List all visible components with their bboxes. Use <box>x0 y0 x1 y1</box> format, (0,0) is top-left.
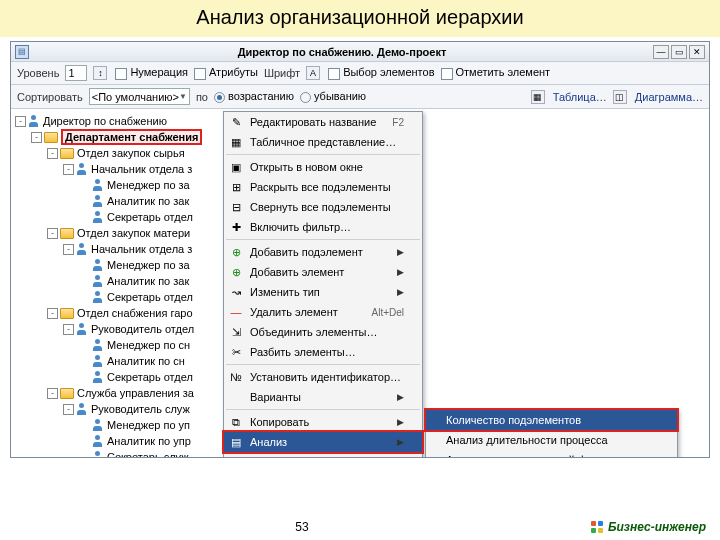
menu-item[interactable]: ⊕Добавить подэлемент▶ <box>224 242 422 262</box>
tree-node-label: Секретарь отдел <box>107 211 193 223</box>
person-icon <box>92 211 104 223</box>
sort-label: Сортировать <box>17 91 83 103</box>
tree-view[interactable]: -Директор по снабжению-Департамент снабж… <box>11 109 709 457</box>
menu-item[interactable]: ⧉Копировать▶ <box>224 412 422 432</box>
submenu-arrow-icon: ▶ <box>397 287 404 297</box>
menu-item-label: Изменить тип <box>250 286 397 298</box>
menu-item-label: Объединить элементы… <box>250 326 404 338</box>
level-label: Уровень <box>17 67 59 79</box>
menu-item[interactable]: ⊟Свернуть все подэлементы <box>224 197 422 217</box>
tree-node-label: Секретарь служ <box>107 451 189 457</box>
table-icon[interactable]: ▦ <box>531 90 545 104</box>
menu-item-icon: ⇲ <box>228 324 244 340</box>
menu-item[interactable]: Варианты▶ <box>224 387 422 407</box>
expand-toggle[interactable]: - <box>15 116 26 127</box>
numbering-checkbox[interactable]: Нумерация <box>115 66 188 79</box>
menu-item[interactable]: ↝Изменить тип▶ <box>224 282 422 302</box>
menu-item[interactable]: ▣Открыть в новом окне <box>224 157 422 177</box>
menu-item-label: Разбить элементы… <box>250 346 404 358</box>
maximize-button[interactable]: ▭ <box>671 45 687 59</box>
desc-radio[interactable]: убыванию <box>300 90 366 103</box>
menu-item-label: Редактировать название <box>250 116 392 128</box>
tree-node-label: Менеджер по за <box>107 179 190 191</box>
table-button[interactable]: Таблица… <box>553 91 607 103</box>
font-button-icon[interactable]: A <box>306 66 320 80</box>
level-input[interactable] <box>65 65 87 81</box>
menu-item[interactable]: ✎Редактировать названиеF2 <box>224 112 422 132</box>
submenu-arrow-icon: ▶ <box>397 417 404 427</box>
menu-item[interactable]: ▦Табличное представление… <box>224 132 422 152</box>
tree-node-label: Менеджер по сн <box>107 339 190 351</box>
tree-node-label: Руководитель служ <box>91 403 190 415</box>
menu-item-label: Раскрыть все подэлементы <box>250 181 404 193</box>
tree-node-label: Отдел снабжения гаро <box>77 307 193 319</box>
slide-footer: 53 Бизнес-инженер <box>0 520 720 534</box>
folder-icon <box>60 308 74 319</box>
slide-title: Анализ организационной иерархии <box>0 0 720 37</box>
person-icon <box>92 371 104 383</box>
by-label: по <box>196 91 208 103</box>
diagram-icon[interactable]: ◫ <box>613 90 627 104</box>
expand-toggle[interactable]: - <box>63 324 74 335</box>
menu-item[interactable]: —Удалить элементAlt+Del <box>224 302 422 322</box>
menu-item[interactable]: ⊞Раскрыть все подэлементы <box>224 177 422 197</box>
toolbar-row-1: Уровень ↕ Нумерация Атрибуты Шрифт A Выб… <box>11 62 709 85</box>
menu-item[interactable]: ✚Включить фильтр… <box>224 217 422 237</box>
person-icon <box>92 419 104 431</box>
level-stepper-icon[interactable]: ↕ <box>93 66 107 80</box>
expand-toggle[interactable]: - <box>63 404 74 415</box>
menu-item-label: Добавить элемент <box>250 266 397 278</box>
analysis-submenu[interactable]: Количество подэлементовАнализ длительнос… <box>425 409 678 457</box>
submenu-arrow-icon: ▶ <box>397 437 404 447</box>
submenu-arrow-icon: ▶ <box>397 392 404 402</box>
menu-item-icon: ✎ <box>228 114 244 130</box>
asc-radio[interactable]: возрастанию <box>214 90 294 103</box>
expand-toggle[interactable]: - <box>47 308 58 319</box>
tree-node-label: Начальник отдела з <box>91 243 192 255</box>
submenu-arrow-icon: ▶ <box>397 267 404 277</box>
menu-item[interactable]: ▤Анализ▶ <box>224 432 422 452</box>
menu-item-label: Удалить элемент <box>250 306 371 318</box>
folder-icon <box>60 228 74 239</box>
menu-item-icon <box>228 389 244 405</box>
person-icon <box>28 115 40 127</box>
menu-separator <box>226 154 420 155</box>
menu-item-icon: ⧉ <box>228 414 244 430</box>
expand-toggle[interactable]: - <box>47 228 58 239</box>
close-button[interactable]: ✕ <box>689 45 705 59</box>
folder-icon <box>60 388 74 399</box>
menu-item[interactable]: №Установить идентификатор… <box>224 367 422 387</box>
menu-item-label: Включить фильтр… <box>250 221 404 233</box>
menu-item-shortcut: F2 <box>392 117 404 128</box>
menu-item[interactable]: ⇲Объединить элементы… <box>224 322 422 342</box>
expand-toggle[interactable]: - <box>31 132 42 143</box>
person-icon <box>92 435 104 447</box>
menu-item[interactable]: ✂Разбить элементы… <box>224 342 422 362</box>
submenu-item[interactable]: Анализ длительности процесса <box>426 430 677 450</box>
menu-item[interactable]: ⊕Добавить элемент▶ <box>224 262 422 282</box>
menu-item-icon: ⊕ <box>228 264 244 280</box>
menu-item-shortcut: Alt+Del <box>371 307 404 318</box>
submenu-item[interactable]: Анализ организационной фрагментарности <box>426 450 677 457</box>
menu-item-icon: ✚ <box>228 219 244 235</box>
diagram-button[interactable]: Диаграмма… <box>635 91 703 103</box>
menu-item-icon: ▣ <box>228 159 244 175</box>
minimize-button[interactable]: — <box>653 45 669 59</box>
menu-item-icon: ▤ <box>228 434 244 450</box>
tree-node-label: Служба управления за <box>77 387 194 399</box>
menu-item-label: Копировать <box>250 416 397 428</box>
sort-combo[interactable]: <По умолчанию>▼ <box>89 88 190 105</box>
menu-item-icon: ⊟ <box>228 199 244 215</box>
submenu-item[interactable]: Количество подэлементов <box>426 410 677 430</box>
expand-toggle[interactable]: - <box>63 244 74 255</box>
menu-item[interactable]: ☰Сценарии▶ <box>224 452 422 457</box>
attributes-checkbox[interactable]: Атрибуты <box>194 66 258 79</box>
expand-toggle[interactable]: - <box>47 148 58 159</box>
expand-toggle[interactable]: - <box>63 164 74 175</box>
selection-checkbox[interactable]: Выбор элементов <box>328 66 434 79</box>
context-menu[interactable]: ✎Редактировать названиеF2▦Табличное пред… <box>223 111 423 457</box>
mark-checkbox[interactable]: Отметить элемент <box>441 66 551 79</box>
person-icon <box>92 339 104 351</box>
expand-toggle[interactable]: - <box>47 388 58 399</box>
person-icon <box>76 323 88 335</box>
